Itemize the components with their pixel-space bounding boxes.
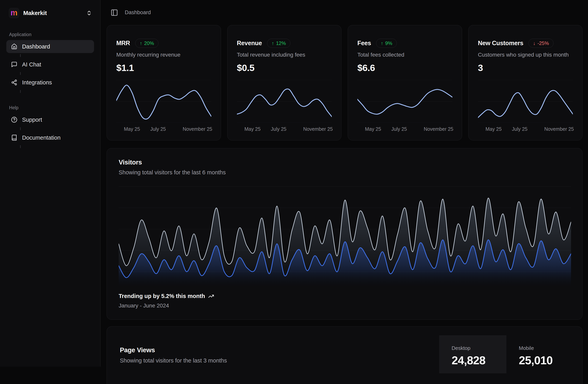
sidebar-item-label: Documentation (22, 135, 61, 141)
badge-label: 20% (144, 41, 154, 46)
axis-tick-label: November 25 (424, 126, 453, 132)
mobile-value: 25,010 (519, 354, 574, 367)
stat-card-mrr: MRR ↑ 20% Monthly recurring revenue $1.1… (107, 25, 221, 140)
sidebar-item-integrations[interactable]: Integrations (6, 76, 94, 89)
card-subtitle: Total fees collected (357, 52, 452, 58)
sparkline-chart (478, 80, 573, 123)
sidebar-item-label: AI Chat (22, 61, 41, 68)
content: MRR ↑ 20% Monthly recurring revenue $1.1… (107, 25, 583, 384)
toggle-mobile[interactable]: Mobile 25,010 (506, 335, 574, 373)
mobile-label: Mobile (519, 345, 574, 351)
stat-card-new-customers: New Customers ↓ -25% Customers who signe… (468, 25, 583, 140)
topbar: Dashboard (101, 0, 588, 25)
axis-tick-label: July 25 (512, 126, 527, 132)
sparkline-axis: May 25July 25November 25 (237, 126, 332, 133)
sidebar-nav: Dashboard AI Chat Integrations (0, 40, 100, 93)
card-subtitle: Monthly recurring revenue (116, 52, 211, 58)
axis-tick-label: November 25 (183, 126, 212, 132)
sparkline-chart (237, 80, 332, 123)
desktop-label: Desktop (452, 345, 506, 351)
main-area: Dashboard MRR ↑ 20% Monthly recurring re… (101, 0, 588, 384)
chat-icon (11, 61, 17, 68)
stat-card-revenue: Revenue ↑ 12% Total revenue including fe… (227, 25, 342, 140)
badge-label: 9% (385, 41, 392, 46)
nav-divider-tick (20, 145, 21, 148)
trend-badge: ↓ -25% (528, 39, 553, 48)
visitors-footer: Trending up by 5.2% this month January -… (119, 293, 214, 309)
visitors-area-chart (119, 186, 571, 286)
desktop-value: 24,828 (452, 354, 506, 367)
axis-tick-label: May 25 (244, 126, 261, 132)
makerkit-logo: m (9, 8, 19, 18)
trending-up-icon (208, 293, 214, 299)
trend-badge: ↑ 12% (267, 39, 291, 48)
card-title: New Customers (478, 40, 523, 47)
card-value: 3 (478, 62, 573, 73)
card-title: MRR (116, 40, 130, 47)
axis-tick-label: November 25 (303, 126, 333, 132)
sidebar: m Makerkit Application Dashboard AI Chat… (0, 0, 101, 367)
arrow-up-icon: ↑ (140, 41, 142, 46)
logo-letter: m (10, 9, 18, 17)
stat-card-fees: Fees ↑ 9% Total fees collected $6.6 May … (348, 25, 462, 140)
visitors-trend-text: Trending up by 5.2% this month (119, 293, 205, 299)
sparkline-axis: May 25July 25November 25 (116, 126, 211, 133)
sidebar-item-support[interactable]: Support (6, 113, 94, 126)
axis-tick-label: May 25 (124, 126, 140, 132)
arrow-up-icon: ↑ (381, 41, 383, 46)
visitors-period: January - June 2024 (119, 303, 214, 309)
chevrons-up-down-icon (86, 10, 92, 16)
card-title: Revenue (237, 40, 262, 47)
sidebar-item-dashboard[interactable]: Dashboard (6, 40, 94, 53)
axis-tick-label: May 25 (485, 126, 502, 132)
book-icon (11, 135, 17, 141)
arrow-down-icon: ↓ (533, 41, 536, 46)
card-value: $6.6 (357, 62, 452, 73)
axis-tick-label: July 25 (391, 126, 407, 132)
card-value: $0.5 (237, 62, 332, 73)
stat-cards-row: MRR ↑ 20% Monthly recurring revenue $1.1… (107, 25, 583, 140)
sidebar-item-ai-chat[interactable]: AI Chat (6, 58, 94, 71)
visitors-card: Visitors Showing total visitors for the … (107, 148, 583, 320)
sidebar-section-application: Application (0, 32, 100, 37)
badge-label: -25% (537, 41, 549, 46)
page-views-card: Page Views Showing total visitors for th… (107, 326, 583, 384)
axis-tick-label: May 25 (365, 126, 381, 132)
sidebar-item-label: Integrations (22, 79, 52, 86)
share-icon (11, 79, 17, 86)
card-title: Fees (357, 40, 371, 47)
sparkline-chart (116, 80, 211, 123)
sparkline-chart (357, 80, 452, 123)
visitors-title: Visitors (107, 148, 582, 166)
arrow-up-icon: ↑ (272, 41, 274, 46)
sidebar-item-label: Dashboard (22, 43, 50, 50)
sidebar-nav-help: Support Documentation (0, 113, 100, 148)
card-subtitle: Customers who signed up this month (478, 52, 573, 58)
sparkline-axis: May 25July 25November 25 (357, 126, 452, 133)
home-icon (11, 43, 17, 50)
workspace-name: Makerkit (23, 10, 82, 16)
nav-divider-tick (20, 54, 21, 57)
axis-tick-label: July 25 (150, 126, 166, 132)
visitors-subtitle: Showing total visitors for the last 6 mo… (107, 166, 582, 176)
axis-tick-label: July 25 (271, 126, 286, 132)
sidebar-section-help: Help (0, 105, 100, 111)
card-subtitle: Total revenue including fees (237, 52, 332, 58)
trend-badge: ↑ 9% (376, 39, 397, 48)
page-views-toggle: Desktop 24,828 Mobile 25,010 (439, 335, 574, 373)
badge-label: 12% (276, 41, 286, 46)
sidebar-toggle-icon[interactable] (111, 9, 118, 16)
sparkline-axis: May 25July 25November 25 (478, 126, 573, 133)
workspace-switcher[interactable]: m Makerkit (6, 5, 95, 21)
nav-divider-tick (20, 127, 21, 130)
toggle-desktop[interactable]: Desktop 24,828 (439, 335, 506, 373)
help-circle-icon (11, 116, 17, 123)
nav-divider-tick (20, 72, 21, 75)
breadcrumb: Dashboard (125, 9, 151, 16)
sidebar-item-documentation[interactable]: Documentation (6, 131, 94, 144)
sidebar-item-label: Support (22, 116, 42, 123)
axis-tick-label: November 25 (544, 126, 574, 132)
trend-badge: ↑ 20% (135, 39, 159, 48)
card-value: $1.1 (116, 62, 211, 73)
nav-divider-tick (20, 90, 21, 93)
